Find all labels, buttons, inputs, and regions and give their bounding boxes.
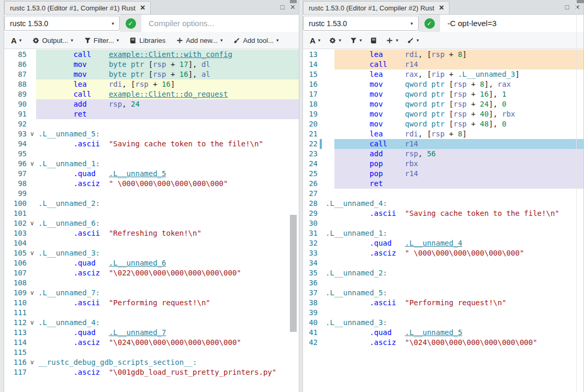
code-line: 103 .ascii "Refreshing token!\n" xyxy=(4,228,299,238)
compiler-options-input[interactable] xyxy=(441,15,583,31)
font-size-button[interactable]: A ▾ xyxy=(310,36,320,45)
maximize-icon[interactable]: □ xyxy=(280,3,285,11)
fold-chevron-icon[interactable]: ∨ xyxy=(28,159,36,169)
code-line: 115 xyxy=(4,348,299,358)
filter-button[interactable]: ▾ xyxy=(350,37,362,44)
compiler-row: rustc 1.53.0 ▾ ✓ xyxy=(4,15,299,32)
plus-icon xyxy=(176,37,183,44)
compiler-pane-1: rustc 1.53.0 (Editor #1, Compiler #1) Ru… xyxy=(4,0,299,392)
line-number: 105 xyxy=(4,248,27,258)
vertical-scrollbar[interactable] xyxy=(576,0,583,392)
font-size-button[interactable]: A ▾ xyxy=(11,36,21,45)
fold-chevron-icon[interactable]: ∨ xyxy=(28,318,36,328)
asm-label-link[interactable]: example::Client::do_request xyxy=(109,90,228,98)
tab-close-icon[interactable]: × xyxy=(140,4,145,12)
code-line: 93∨.L__unnamed_5: xyxy=(4,129,299,139)
line-number: 33 xyxy=(303,248,318,258)
code-line: 26 ret xyxy=(303,179,583,189)
code-line: 90 add rsp, 24 xyxy=(4,99,299,109)
code-line: 36 xyxy=(303,278,583,288)
fold-chevron-icon[interactable]: ∨ xyxy=(28,129,36,139)
code-line: 19 mov qword ptr [rsp + 40], rbx xyxy=(303,109,583,119)
code-line: 32 .quad .L__unnamed_4 xyxy=(303,238,583,248)
code-line: 15 lea rax, [rip + .L__unnamed_3] xyxy=(303,70,583,79)
plus-icon xyxy=(386,37,393,44)
code-line: 24 pop rbx xyxy=(303,159,583,169)
fold-chevron-icon[interactable]: ∨ xyxy=(28,358,36,367)
asm-label-link[interactable]: example::Client::with_config xyxy=(109,50,232,59)
line-number: 14 xyxy=(303,60,318,70)
add-new-button[interactable]: Add new... ▾ xyxy=(176,37,222,44)
code-line: 95 xyxy=(4,149,299,159)
chevron-down-icon: ▾ xyxy=(360,38,362,43)
libraries-button[interactable] xyxy=(370,37,377,44)
line-number: 104 xyxy=(4,238,27,248)
pane-header: rustc 1.53.0 (Editor #1, Compiler #1) Ru… xyxy=(4,0,299,15)
code-line: 38 .ascii "Performing request!\n" xyxy=(303,298,583,308)
compiler-pane-2: rustc 1.53.0 (Editor #1, Compiler #2) Ru… xyxy=(302,0,584,392)
chevron-down-icon: ▾ xyxy=(417,38,419,43)
line-number: 41 xyxy=(303,328,318,338)
line-number: 32 xyxy=(303,238,318,248)
scrollbar-thumb[interactable] xyxy=(290,215,297,332)
code-line: 112∨.L__unnamed_4: xyxy=(4,318,299,328)
code-line: 27 xyxy=(303,189,583,199)
line-number: 97 xyxy=(4,169,27,179)
compile-ok-icon: ✓ xyxy=(424,18,435,29)
line-number: 35 xyxy=(303,268,318,278)
code-line: 41 .quad .L__unnamed_5 xyxy=(303,328,583,338)
line-number: 36 xyxy=(303,278,318,288)
vertical-scrollbar[interactable] xyxy=(290,0,297,392)
line-number: 89 xyxy=(4,89,27,99)
line-number: 107 xyxy=(4,268,27,278)
maximize-icon[interactable]: □ xyxy=(565,3,569,11)
compiler-select[interactable]: rustc 1.53.0 ▾ xyxy=(303,16,419,31)
compile-status: ✓ xyxy=(120,15,141,32)
filter-funnel-icon xyxy=(84,37,91,44)
asm-label-link[interactable]: .L__unnamed_7 xyxy=(109,328,166,337)
line-number: 34 xyxy=(303,258,318,268)
asm-label-link[interactable]: .L__unnamed_5 xyxy=(109,169,166,178)
tab-close-icon[interactable]: × xyxy=(439,4,444,12)
assembly-editor[interactable]: 13 lea rdi, [rsp + 8]14 call r1415 lea r… xyxy=(303,49,583,392)
libraries-button[interactable]: Libraries xyxy=(130,37,165,44)
asm-label-link[interactable]: .L__unnamed_6 xyxy=(109,259,166,267)
line-number: 112 xyxy=(4,318,27,328)
compiler-options-input[interactable] xyxy=(142,15,298,31)
cursor-marker xyxy=(320,139,322,149)
fold-chevron-icon[interactable]: ∨ xyxy=(28,288,36,298)
line-number: 22 xyxy=(303,139,318,149)
tab-compiler-1[interactable]: rustc 1.53.0 (Editor #1, Compiler #1) Ru… xyxy=(4,1,151,14)
asm-label-link[interactable]: .L__unnamed_5 xyxy=(405,328,463,337)
line-number: 90 xyxy=(4,99,27,109)
code-line: 91 ret xyxy=(4,109,299,119)
chevron-down-icon: ▾ xyxy=(276,38,279,43)
add-tool-button[interactable]: ▾ xyxy=(407,37,419,44)
code-line: 113 .quad .L__unnamed_7 xyxy=(4,328,299,338)
tab-compiler-2[interactable]: rustc 1.53.0 (Editor #1, Compiler #2) Ru… xyxy=(303,1,450,14)
code-line: 116∨__rustc_debug_gdb_scripts_section__: xyxy=(4,358,299,367)
line-number: 115 xyxy=(4,348,27,358)
line-number: 99 xyxy=(4,189,27,199)
code-line: 25 pop r14 xyxy=(303,169,583,179)
line-number: 92 xyxy=(4,119,27,129)
code-line: 86 mov byte ptr [rsp + 17], dl xyxy=(4,60,299,70)
line-number: 93 xyxy=(4,129,27,139)
code-line: 17 mov qword ptr [rsp + 16], 1 xyxy=(303,89,583,99)
code-line: 39 xyxy=(303,308,583,318)
filter-button[interactable]: Filter... ▾ xyxy=(84,37,119,44)
fold-chevron-icon[interactable]: ∨ xyxy=(28,218,36,228)
compiler-select[interactable]: rustc 1.53.0 ▾ xyxy=(4,16,120,31)
output-button[interactable]: ▾ xyxy=(329,37,341,44)
line-number: 19 xyxy=(303,109,318,119)
add-tool-button[interactable]: Add tool... ▾ xyxy=(233,37,278,44)
fold-chevron-icon[interactable]: ∨ xyxy=(28,248,36,258)
asm-label-link[interactable]: .L__unnamed_4 xyxy=(405,239,463,247)
chevron-down-icon: ▾ xyxy=(117,38,119,43)
line-number: 13 xyxy=(303,50,318,60)
output-button[interactable]: Output... ▾ xyxy=(32,37,73,44)
code-line: 40.L__unnamed_3: xyxy=(303,318,583,328)
add-new-button[interactable]: ▾ xyxy=(386,37,398,44)
assembly-editor[interactable]: 85 call example::Client::with_config86 m… xyxy=(4,49,299,392)
code-line: 110 .ascii "Performing request!\n" xyxy=(4,298,299,308)
